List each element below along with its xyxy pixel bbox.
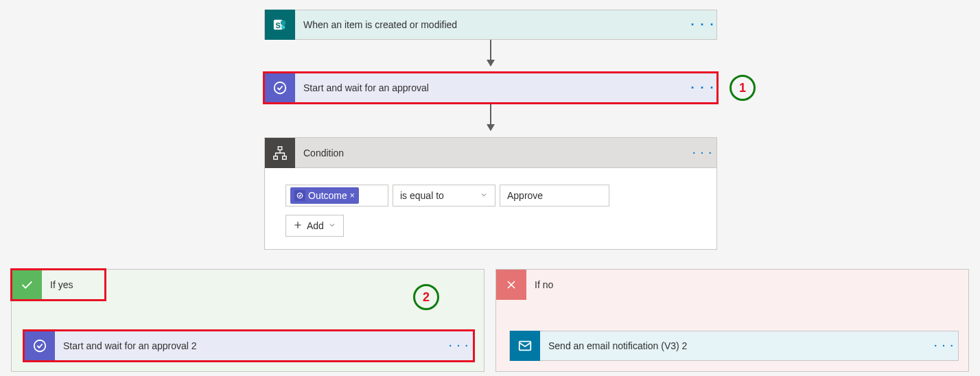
condition-body: Outcome × is equal to Approve bbox=[265, 168, 716, 249]
approval-title: Start and wait for an approval bbox=[295, 82, 689, 93]
condition-card[interactable]: Condition · · · Outcome × is equal to bbox=[264, 137, 717, 250]
outcome-token-icon bbox=[294, 190, 305, 201]
send-email-title: Send an email notification (V3) 2 bbox=[540, 340, 931, 351]
svg-text:S: S bbox=[276, 21, 281, 30]
chevron-down-icon bbox=[480, 190, 488, 201]
condition-header[interactable]: Condition · · · bbox=[265, 138, 716, 168]
svg-point-4 bbox=[275, 82, 286, 94]
remove-token-button[interactable]: × bbox=[350, 191, 355, 200]
send-email-action-card[interactable]: Send an email notification (V3) 2 · · · bbox=[509, 331, 959, 361]
condition-left-operand[interactable]: Outcome × bbox=[285, 185, 388, 207]
condition-more-menu[interactable]: · · · bbox=[689, 148, 716, 158]
annotation-badge-1: 1 bbox=[730, 75, 756, 101]
approval-action-2-card[interactable]: Start and wait for an approval 2 · · · bbox=[24, 331, 474, 361]
approval-action-card[interactable]: Start and wait for an approval · · · bbox=[264, 73, 717, 103]
outcome-token-label: Outcome bbox=[308, 190, 347, 201]
flow-arrow bbox=[490, 40, 491, 66]
if-yes-label: If yes bbox=[42, 279, 73, 290]
flow-arrow bbox=[490, 104, 491, 130]
approval-2-title: Start and wait for an approval 2 bbox=[55, 340, 445, 351]
trigger-title: When an item is created or modified bbox=[295, 19, 689, 30]
annotation-badge-2: 2 bbox=[413, 284, 439, 310]
svg-point-3 bbox=[281, 25, 285, 29]
condition-icon bbox=[265, 138, 295, 168]
svg-rect-5 bbox=[278, 146, 282, 150]
sharepoint-icon: S bbox=[265, 10, 295, 40]
trigger-card[interactable]: S When an item is created or modified · … bbox=[264, 10, 717, 40]
approval-icon bbox=[265, 73, 295, 103]
approval-2-more-menu[interactable]: · · · bbox=[445, 340, 473, 351]
condition-operator-select[interactable]: is equal to bbox=[393, 185, 495, 207]
if-no-label: If no bbox=[526, 279, 553, 290]
svg-rect-7 bbox=[283, 156, 287, 159]
approval-icon bbox=[25, 331, 55, 361]
svg-point-9 bbox=[34, 340, 46, 352]
if-no-header[interactable]: If no bbox=[496, 270, 968, 300]
trigger-more-menu[interactable]: · · · bbox=[689, 18, 716, 32]
approval-more-menu[interactable]: · · · bbox=[689, 81, 716, 95]
close-icon bbox=[496, 270, 526, 300]
svg-point-2 bbox=[281, 21, 285, 25]
condition-value-input[interactable]: Approve bbox=[500, 185, 609, 207]
send-email-more-menu[interactable]: · · · bbox=[931, 340, 958, 351]
plus-icon bbox=[293, 220, 303, 232]
condition-title: Condition bbox=[295, 148, 689, 158]
add-condition-button[interactable]: Add bbox=[285, 215, 344, 237]
mail-icon bbox=[510, 331, 540, 361]
svg-rect-6 bbox=[274, 156, 278, 159]
chevron-down-icon bbox=[328, 220, 336, 231]
check-icon bbox=[12, 270, 42, 300]
